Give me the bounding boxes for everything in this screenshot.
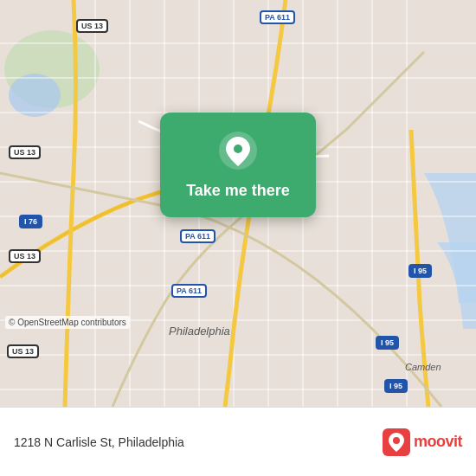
svg-point-27 (393, 437, 400, 444)
map-attribution: © OpenStreetMap contributors (5, 316, 130, 329)
badge-us13-mid2: US 13 (9, 249, 41, 263)
badge-i95-bot: I 95 (384, 379, 408, 393)
badge-us13-top: US 13 (76, 19, 108, 33)
badge-i76: I 76 (19, 215, 42, 228)
svg-point-25 (234, 145, 242, 153)
svg-point-2 (9, 74, 61, 117)
badge-pa611-top: PA 611 (260, 10, 295, 24)
badge-us13-bot: US 13 (7, 344, 39, 358)
map-container: US 13 PA 611 US 13 US 13 US 13 I 76 PA 6… (0, 0, 476, 407)
badge-i95-top: I 95 (408, 264, 432, 278)
badge-i95-mid: I 95 (376, 336, 399, 350)
badge-pa611-bot: PA 611 (171, 284, 207, 298)
take-me-there-button[interactable]: Take me there (186, 180, 290, 202)
info-bar: 1218 N Carlisle St, Philadelphia moovit (0, 407, 476, 476)
popup-card: Take me there (160, 113, 316, 217)
moovit-logo: moovit (383, 428, 462, 456)
moovit-brand-text: moovit (414, 433, 462, 451)
badge-us13-mid1: US 13 (9, 145, 41, 159)
badge-pa611-mid: PA 611 (180, 229, 215, 243)
moovit-app-icon (383, 428, 410, 456)
address-text: 1218 N Carlisle St, Philadelphia (14, 435, 184, 449)
location-pin-icon (217, 130, 259, 171)
